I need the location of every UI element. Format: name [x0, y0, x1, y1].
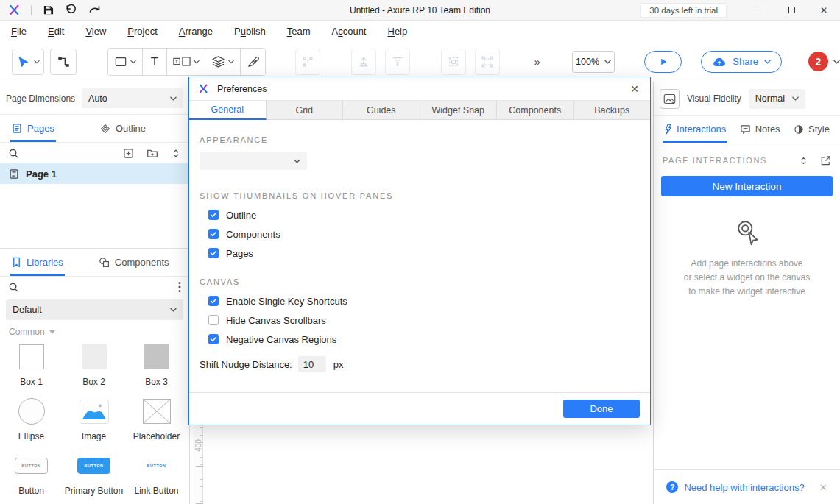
thumb-option-outline[interactable]: Outline [208, 205, 640, 224]
label-tool-button[interactable] [167, 49, 205, 75]
maximize-button[interactable] [775, 0, 808, 21]
chevron-down-icon [170, 308, 177, 312]
pen-tool-button[interactable] [241, 49, 266, 75]
nudge-distance-input[interactable]: 10 [298, 356, 326, 372]
widget-image[interactable]: Image [63, 390, 125, 443]
help-link[interactable]: Need help with interactions? [684, 482, 804, 493]
expand-collapse-icon[interactable] [171, 148, 181, 159]
tab-notes[interactable]: Notes [738, 116, 782, 143]
pref-tab-grid[interactable]: Grid [267, 101, 344, 120]
text-tool-button[interactable] [143, 49, 167, 75]
expand-collapse-icon[interactable] [799, 155, 808, 166]
thumb-option-components[interactable]: Components [208, 224, 640, 244]
pref-tab-widget-snap[interactable]: Widget Snap [420, 101, 498, 120]
page-document-icon [9, 168, 19, 180]
hint-line: to make the widget interactive [654, 285, 840, 299]
pref-tab-backups[interactable]: Backups [574, 101, 651, 120]
checked-checkbox-icon[interactable] [208, 334, 219, 344]
preview-button[interactable] [644, 51, 682, 73]
box1-thumb [19, 344, 44, 369]
canvas-option-enable-single-key-shortcuts[interactable]: Enable Single Key Shortcuts [208, 291, 640, 310]
notifications-menu[interactable]: 2 [808, 52, 840, 71]
tab-components[interactable]: Components [97, 249, 171, 276]
undo-icon[interactable] [65, 4, 77, 16]
play-icon [658, 57, 668, 67]
trial-badge[interactable]: 30 days left in trial [640, 3, 727, 18]
widget-link-button[interactable]: BUTTONLink Button [125, 444, 188, 497]
add-folder-icon[interactable] [147, 148, 158, 159]
canvas-option-hide-canvas-scrollbars[interactable]: Hide Canvas Scrollbars [208, 310, 640, 330]
thumbnails-options: OutlineComponentsPages [200, 205, 640, 263]
rectangle-tool-button[interactable] [108, 49, 143, 75]
widget-box-1[interactable]: Box 1 [0, 336, 63, 388]
share-button[interactable]: Share [701, 51, 782, 73]
menu-account[interactable]: Account [331, 24, 367, 38]
widget-ellipse[interactable]: Ellipse [0, 390, 63, 443]
minimize-button[interactable] [743, 0, 775, 21]
menu-arrange[interactable]: Arrange [178, 24, 213, 38]
add-page-icon[interactable] [123, 148, 134, 159]
select-tool-button[interactable] [12, 49, 44, 75]
preferences-dialog: Preferences ✕ GeneralGridGuidesWidget Sn… [188, 77, 651, 425]
redo-icon[interactable] [88, 4, 101, 16]
menu-file[interactable]: File [10, 24, 27, 38]
save-icon[interactable] [43, 4, 54, 15]
widget-placeholder[interactable]: Placeholder [125, 390, 188, 443]
primary-button-thumb: BUTTON [77, 458, 111, 474]
widget-box-2[interactable]: Box 2 [63, 336, 125, 388]
menu-publish[interactable]: Publish [233, 24, 267, 38]
pref-tab-general[interactable]: General [189, 101, 267, 120]
checked-checkbox-icon[interactable] [208, 296, 219, 306]
thumb-option-pages[interactable]: Pages [208, 244, 640, 263]
box3-thumb [144, 344, 169, 369]
chevron-down-icon [34, 60, 40, 64]
widget-button[interactable]: BUTTONButton [0, 444, 63, 497]
unchecked-checkbox-icon[interactable] [208, 315, 219, 325]
pages-outline-tabs: Pages Outline [0, 115, 189, 143]
ungroup-button [475, 49, 500, 75]
tab-libraries[interactable]: Libraries [10, 249, 65, 276]
chevron-down-icon [833, 60, 840, 64]
titlebar: Untitled - Axure RP 10 Team Edition 30 d… [0, 0, 840, 21]
page-dimensions-select[interactable]: Auto [82, 88, 183, 108]
thumbnail-toggle-button[interactable] [660, 89, 680, 109]
new-interaction-button[interactable]: New Interaction [661, 176, 833, 196]
done-button[interactable]: Done [563, 400, 640, 418]
checked-checkbox-icon[interactable] [208, 248, 219, 258]
menu-project[interactable]: Project [127, 24, 158, 38]
pref-tab-components[interactable]: Components [497, 101, 574, 120]
tab-interactions[interactable]: Interactions [663, 116, 727, 143]
layers-tool-button[interactable] [205, 49, 241, 75]
widget-primary-button[interactable]: BUTTONPrimary Button [63, 444, 125, 497]
tab-outline[interactable]: Outline [99, 115, 147, 142]
kebab-menu-icon[interactable] [178, 281, 181, 293]
checked-checkbox-icon[interactable] [208, 210, 219, 220]
close-button[interactable]: ✕ [808, 0, 840, 21]
search-icon[interactable] [8, 282, 19, 293]
tab-pages[interactable]: Pages [10, 115, 56, 142]
checked-checkbox-icon[interactable] [208, 229, 219, 239]
zoom-level-select[interactable]: 100% [572, 51, 615, 73]
open-external-icon[interactable] [820, 155, 831, 166]
page-list-item[interactable]: Page 1 [0, 163, 189, 184]
close-icon[interactable]: ✕ [819, 482, 827, 493]
menu-edit[interactable]: Edit [47, 24, 65, 38]
chevron-down-icon [228, 60, 234, 64]
widget-box-3[interactable]: Box 3 [125, 336, 188, 388]
more-tools-button[interactable]: » [534, 55, 540, 68]
left-panel: Page Dimensions Auto Pages Outline [0, 82, 190, 504]
menu-view[interactable]: View [85, 24, 107, 38]
widget-label: Ellipse [18, 431, 44, 441]
tab-style[interactable]: Style [792, 116, 831, 143]
visual-fidelity-select[interactable]: Normal [749, 89, 805, 109]
search-icon[interactable] [8, 148, 19, 159]
library-select[interactable]: Default [6, 299, 183, 320]
appearance-select[interactable] [200, 152, 307, 170]
menu-help[interactable]: Help [387, 24, 408, 38]
pref-tab-guides[interactable]: Guides [343, 101, 420, 120]
notification-badge[interactable]: 2 [808, 52, 828, 71]
connector-tool-button[interactable] [50, 49, 77, 75]
dialog-close-button[interactable]: ✕ [629, 83, 640, 95]
menu-team[interactable]: Team [286, 24, 311, 38]
canvas-option-negative-canvas-regions[interactable]: Negative Canvas Regions [208, 330, 640, 349]
